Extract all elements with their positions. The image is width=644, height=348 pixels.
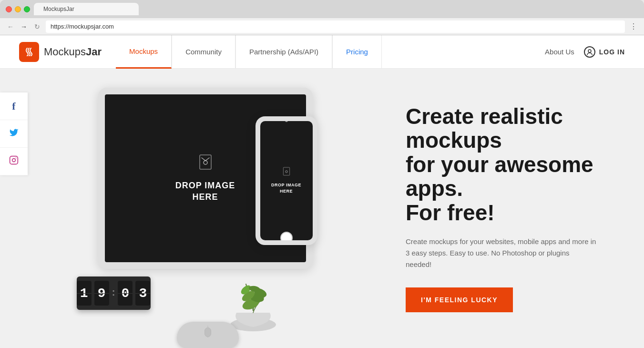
nav-mockups[interactable]: Mockups <box>116 35 172 69</box>
svg-point-3 <box>16 158 17 159</box>
devices-container: DROP IMAGE HERE <box>70 78 346 348</box>
tablet-drop-icon <box>197 154 214 174</box>
clock-digit-1: 1 <box>77 281 92 306</box>
hero-section: f <box>0 69 644 348</box>
website-content: MockupsJar Mockups Community Partnership… <box>0 35 644 348</box>
nav-links: Mockups Community Partnership (Ads/API) … <box>116 35 382 69</box>
logo-text: MockupsJar <box>44 46 102 58</box>
svg-point-7 <box>285 171 287 173</box>
plant-svg <box>227 270 279 332</box>
phone-camera <box>285 119 288 122</box>
instagram-button[interactable] <box>0 148 28 175</box>
svg-rect-6 <box>283 168 289 176</box>
social-sidebar: f <box>0 92 28 175</box>
user-icon <box>584 46 595 58</box>
svg-point-0 <box>588 50 591 52</box>
login-label: LOG IN <box>599 48 625 56</box>
nav-partnership[interactable]: Partnership (Ads/API) <box>235 35 332 69</box>
login-button[interactable]: LOG IN <box>584 46 625 58</box>
logo-icon <box>19 42 39 62</box>
svg-point-2 <box>12 159 16 162</box>
hero-subtitle: Create mockups for your websites, mobile… <box>406 236 596 270</box>
phone-home-button <box>280 232 293 244</box>
close-button[interactable] <box>6 6 12 12</box>
tablet-camera <box>204 91 207 94</box>
hero-text: Create realistic mockups for your awesom… <box>387 69 644 348</box>
phone-mockup[interactable]: DROP IMAGE HERE <box>256 116 317 245</box>
clock-digit-2: 9 <box>94 281 109 306</box>
logo[interactable]: MockupsJar <box>19 42 102 62</box>
flip-clock: 1 9 : 0 3 <box>77 276 151 310</box>
instagram-icon <box>9 155 19 167</box>
browser-address-bar: ← → ↻ ⋮ <box>0 18 644 35</box>
tab-title: MockupsJar <box>43 6 74 12</box>
navbar: MockupsJar Mockups Community Partnership… <box>0 35 644 69</box>
browser-traffic-lights <box>6 6 30 12</box>
address-input[interactable] <box>46 20 625 33</box>
nav-right: About Us LOG IN <box>545 46 625 58</box>
facebook-icon: f <box>12 100 15 113</box>
hero-devices: DROP IMAGE HERE <box>0 69 387 348</box>
browser-tab[interactable]: MockupsJar <box>34 3 139 15</box>
reload-button[interactable]: ↻ <box>32 22 42 31</box>
forward-button[interactable]: → <box>19 22 29 31</box>
phone-screen: DROP IMAGE HERE <box>260 121 313 240</box>
twitter-icon <box>9 128 19 140</box>
browser-window: MockupsJar ← → ↻ ⋮ MockupsJar <box>0 0 644 348</box>
browser-menu-button[interactable]: ⋮ <box>629 22 638 31</box>
twitter-button[interactable] <box>0 120 28 148</box>
feeling-lucky-button[interactable]: I'M FEELING LUCKY <box>406 287 513 312</box>
clock-digit-4: 3 <box>135 281 150 306</box>
clock-separator: : <box>112 287 115 300</box>
mouse-scroll-wheel <box>204 328 211 337</box>
phone-drop-icon <box>282 167 291 178</box>
svg-rect-4 <box>200 155 211 169</box>
nav-community[interactable]: Community <box>172 35 235 69</box>
browser-titlebar: MockupsJar <box>0 0 644 18</box>
maximize-button[interactable] <box>24 6 30 12</box>
facebook-button[interactable]: f <box>0 92 28 120</box>
tablet-drop-text: DROP IMAGE HERE <box>175 180 235 203</box>
svg-rect-1 <box>10 156 18 164</box>
minimize-button[interactable] <box>15 6 21 12</box>
mouse-decoration <box>177 322 239 348</box>
plant-decoration <box>227 270 279 334</box>
svg-point-5 <box>204 161 207 164</box>
clock-digit-3: 0 <box>118 281 133 306</box>
phone-drop-text: DROP IMAGE HERE <box>271 182 301 194</box>
nav-about[interactable]: About Us <box>545 48 574 56</box>
nav-pricing[interactable]: Pricing <box>332 35 382 69</box>
back-button[interactable]: ← <box>6 22 15 31</box>
hero-title: Create realistic mockups for your awesom… <box>406 104 615 225</box>
